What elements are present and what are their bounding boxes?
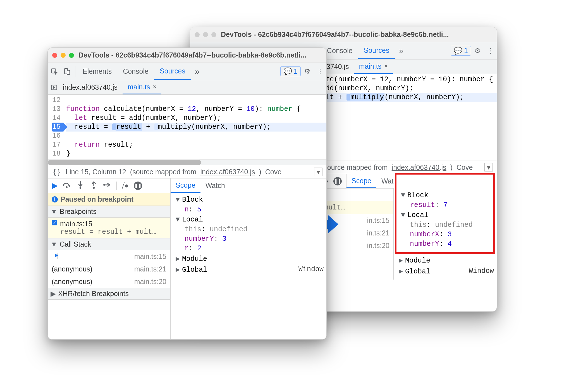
tab-sources-back[interactable]: Sources <box>358 42 395 59</box>
sourcemap-link-back[interactable]: index.af063740.js <box>392 163 446 171</box>
pause-icon[interactable]: ❚❚ <box>333 177 342 185</box>
chat-icon: 💬 <box>454 47 462 55</box>
tab-scope[interactable]: Scope <box>171 178 200 193</box>
scope-var: r: 2 <box>173 244 324 253</box>
more-tabs-icon[interactable]: » <box>191 67 204 76</box>
scope-block[interactable]: ▼Block <box>173 195 324 205</box>
svg-point-5 <box>66 186 68 188</box>
pretty-print-icon[interactable]: { } <box>52 168 62 176</box>
svg-rect-3 <box>67 70 70 74</box>
tab-watch[interactable]: Watch <box>200 178 230 193</box>
code-line-current: ult + multiply(numberX, numberY); <box>321 93 497 102</box>
kebab-menu-icon[interactable]: ⋮ <box>484 47 497 55</box>
zoom-dot[interactable] <box>69 53 74 58</box>
traffic-lights-back <box>195 32 216 37</box>
code-line: add(numberX, numberY); <box>321 84 497 93</box>
code-editor-front[interactable]: 12 13 14 15 16 17 18 function calculate(… <box>48 95 326 159</box>
section-callstack[interactable]: ▼Call Stack <box>48 239 170 250</box>
tab-console-back[interactable]: Console <box>321 42 358 59</box>
section-xhr[interactable]: ▶XHR/fetch Breakpoints <box>48 288 170 300</box>
inspect-element-icon[interactable] <box>48 68 61 75</box>
more-tabs-icon[interactable]: » <box>395 46 407 56</box>
window-title-front: DevTools - 62c6b934c4b7f676049af4b7--buc… <box>78 51 307 59</box>
deactivate-breakpoints-icon[interactable]: ⧸● <box>122 182 129 190</box>
scope-var: n: 5 <box>173 205 324 214</box>
step-icon[interactable] <box>103 181 111 191</box>
sourcemap-link[interactable]: index.af063740.js <box>200 168 255 176</box>
close-dot[interactable] <box>52 53 57 58</box>
issues-badge-front[interactable]: 💬 1 <box>280 66 301 76</box>
breakpoint-checkbox[interactable]: ✓ <box>52 220 57 225</box>
code-line: ate(numberX = 12, numberY = 10): number … <box>321 75 497 84</box>
scope-block-back[interactable]: ▼Block <box>399 190 491 201</box>
stack-row[interactable]: in.ts:20 <box>321 239 393 252</box>
scope-var: numberX: 3 <box>399 230 491 239</box>
tab-elements[interactable]: Elements <box>77 63 117 80</box>
horizontal-scrollbar[interactable] <box>48 159 326 165</box>
line-gutter[interactable]: 12 13 14 15 16 17 18 <box>48 95 63 159</box>
coverage-dropdown-icon[interactable]: ▾ <box>314 168 322 176</box>
stack-row[interactable]: fmain.ts:15 <box>48 250 170 263</box>
scope-global-back[interactable]: ▶GlobalWindow <box>396 266 494 277</box>
chat-icon: 💬 <box>283 67 292 75</box>
tab-scope-back[interactable]: Scope <box>346 174 376 188</box>
close-icon[interactable]: × <box>153 83 157 90</box>
svg-point-6 <box>80 187 81 189</box>
scope-module[interactable]: ▶Module <box>173 253 324 264</box>
scope-var: numberY: 3 <box>173 234 324 244</box>
section-breakpoints[interactable]: ▼Breakpoints <box>48 206 170 218</box>
step-out-icon[interactable] <box>90 181 98 191</box>
code-line-current: result = result + multiply(numberX, numb… <box>66 123 326 132</box>
minimize-dot[interactable] <box>61 53 66 58</box>
debugger-row-front: ▶ ⧸● ❚❚ Scope Watch <box>48 178 326 193</box>
scope-var: numberY: 4 <box>399 239 491 249</box>
tab-sources[interactable]: Sources <box>154 63 191 80</box>
code-line: } <box>66 149 326 158</box>
breakpoint-line-marker[interactable]: 15 <box>52 123 63 132</box>
minimize-dot[interactable] <box>203 32 208 37</box>
code-line: let result = add(numberX, numberY); <box>66 114 326 123</box>
breakpoint-item-back[interactable]: mult… <box>321 201 393 214</box>
titlebar-back: DevTools - 62c6b934c4b7f676049af4b7--buc… <box>190 27 497 42</box>
kebab-menu-icon[interactable]: ⋮ <box>314 67 326 75</box>
scope-module-back[interactable]: ▶Module <box>396 255 494 266</box>
file-tab-main-back[interactable]: main.ts × <box>354 59 393 74</box>
resume-icon[interactable]: ▶ <box>52 181 58 190</box>
pause-on-exceptions-icon[interactable]: ❚❚ <box>134 182 142 190</box>
svg-point-8 <box>103 184 105 186</box>
file-tabs-front: index.af063740.js main.ts × <box>48 80 326 95</box>
issues-badge-back[interactable]: 💬 1 <box>451 46 471 56</box>
scope-tabs-front: Scope Watch <box>171 178 230 193</box>
scope-pane-back: ▼Block result: 7 ▼Local this: undefined … <box>394 173 497 280</box>
device-toggle-icon[interactable] <box>61 68 73 75</box>
scope-var: result: 7 <box>399 201 491 210</box>
navigator-toggle-icon[interactable] <box>51 84 58 90</box>
scope-local-back[interactable]: ▼Local <box>399 210 491 220</box>
cursor-position: Line 15, Column 12 <box>66 168 126 176</box>
status-bar-front: { } Line 15, Column 12 (source mapped fr… <box>48 165 326 178</box>
step-over-icon[interactable] <box>63 181 71 191</box>
tabs-bar-front: Elements Console Sources » 💬 1 ⚙ ⋮ <box>48 63 326 80</box>
close-dot[interactable] <box>195 32 200 37</box>
tab-console[interactable]: Console <box>117 63 154 80</box>
info-icon: i <box>52 196 58 202</box>
scope-pane-front: ▼Block n: 5 ▼Local this: undefined numbe… <box>171 193 326 340</box>
debugger-controls-front: ▶ ⧸● ❚❚ <box>48 178 171 193</box>
paused-banner: i Paused on breakpoint <box>48 193 170 206</box>
traffic-lights-front <box>52 53 74 58</box>
file-tab-index[interactable]: index.af063740.js <box>58 80 123 94</box>
close-icon[interactable]: × <box>384 63 388 70</box>
step-into-icon[interactable] <box>76 181 85 191</box>
stack-row[interactable]: (anonymous)main.ts:20 <box>48 275 170 288</box>
settings-gear-icon[interactable]: ⚙ <box>301 67 314 75</box>
settings-gear-icon[interactable]: ⚙ <box>471 47 484 55</box>
file-tab-main[interactable]: main.ts × <box>123 80 161 94</box>
coverage-dropdown-icon[interactable]: ▾ <box>484 163 493 171</box>
breakpoint-item[interactable]: ✓ main.ts:15 result = result + mult… <box>48 218 170 239</box>
stack-row[interactable]: (anonymous)main.ts:21 <box>48 263 170 275</box>
window-title-back: DevTools - 62c6b934c4b7f676049af4b7--buc… <box>221 30 449 39</box>
scope-var: this: undefined <box>399 220 491 230</box>
zoom-dot[interactable] <box>211 32 216 37</box>
scope-global[interactable]: ▶GlobalWindow <box>173 264 324 275</box>
scope-local[interactable]: ▼Local <box>173 214 324 225</box>
